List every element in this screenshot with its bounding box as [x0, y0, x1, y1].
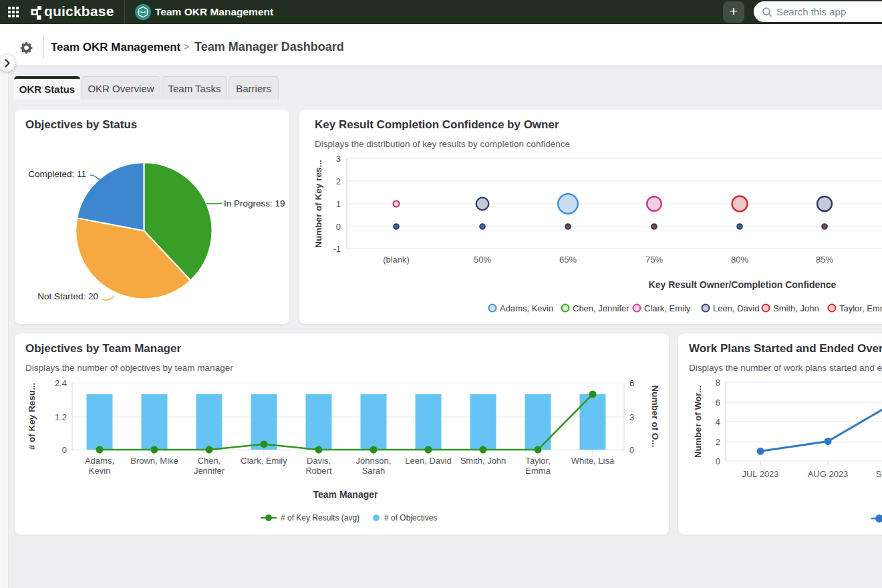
svg-text:85%: 85%: [816, 255, 833, 265]
svg-text:Number of Key res...: Number of Key res...: [313, 160, 323, 247]
svg-text:3: 3: [336, 154, 341, 164]
svg-text:0: 0: [336, 222, 341, 232]
svg-text:Number of Wor...: Number of Wor...: [693, 386, 703, 458]
svg-text:3: 3: [629, 412, 634, 422]
svg-text:White, Lisa: White, Lisa: [571, 456, 615, 466]
svg-text:Taylor,: Taylor,: [525, 456, 551, 466]
svg-text:Adams, Kevin: Adams, Kevin: [500, 303, 553, 313]
svg-text:Smith, John: Smith, John: [773, 303, 819, 313]
svg-text:Completed: 11: Completed: 11: [28, 169, 86, 179]
svg-text:Taylor, Emma: Taylor, Emma: [839, 303, 882, 313]
svg-text:# of Key Resu...: # of Key Resu...: [27, 383, 37, 450]
svg-text:2.4: 2.4: [55, 378, 67, 388]
svg-text:6: 6: [629, 378, 634, 388]
svg-text:Emma: Emma: [525, 466, 551, 476]
svg-text:Team Manager: Team Manager: [313, 489, 379, 500]
svg-text:80%: 80%: [731, 255, 748, 265]
svg-text:Not Started: 20: Not Started: 20: [37, 291, 98, 301]
svg-text:Brown, Mike: Brown, Mike: [130, 456, 178, 466]
svg-text:Leen, David: Leen, David: [405, 456, 451, 466]
svg-text:4: 4: [716, 417, 720, 427]
svg-text:50%: 50%: [474, 255, 491, 265]
svg-text:0: 0: [716, 456, 720, 466]
svg-text:Jennifer: Jennifer: [194, 466, 225, 476]
svg-text:6: 6: [716, 398, 720, 408]
svg-text:Kevin: Kevin: [89, 466, 111, 476]
svg-text:Davis,: Davis,: [307, 456, 331, 466]
svg-text:Adams,: Adams,: [85, 456, 114, 466]
svg-text:SEP 2023: SEP 2023: [876, 469, 882, 479]
svg-text:8: 8: [716, 378, 720, 388]
svg-text:Key Result Owner/Completion Co: Key Result Owner/Completion Confidence: [649, 279, 837, 290]
svg-text:Robert: Robert: [305, 466, 331, 476]
svg-text:0: 0: [629, 445, 634, 455]
svg-text:1.2: 1.2: [55, 412, 67, 422]
svg-text:65%: 65%: [559, 255, 577, 265]
svg-text:JUL 2023: JUL 2023: [742, 469, 778, 479]
svg-text:(blank): (blank): [383, 255, 410, 265]
svg-text:Leen, David: Leen, David: [713, 303, 759, 313]
svg-text:Sarah: Sarah: [362, 466, 386, 476]
svg-text:2: 2: [336, 176, 341, 186]
svg-text:Chen,: Chen,: [198, 456, 221, 466]
svg-text:2: 2: [716, 437, 720, 447]
svg-text:Clark, Emily: Clark, Emily: [241, 456, 287, 466]
svg-text:75%: 75%: [645, 255, 663, 265]
svg-text:Johnson,: Johnson,: [356, 456, 392, 466]
svg-text:# of Objectives: # of Objectives: [384, 513, 437, 523]
svg-text:AUG 2023: AUG 2023: [808, 469, 849, 479]
svg-text:In Progress: 19: In Progress: 19: [224, 198, 285, 208]
svg-text:Smith, John: Smith, John: [460, 456, 506, 466]
svg-text:# of Key Results (avg): # of Key Results (avg): [281, 513, 359, 523]
svg-text:0: 0: [62, 445, 67, 455]
svg-text:1: 1: [336, 199, 341, 209]
svg-text:Clark, Emily: Clark, Emily: [644, 303, 691, 313]
svg-text:-1: -1: [333, 244, 341, 254]
svg-text:Chen, Jennifer: Chen, Jennifer: [573, 303, 629, 313]
svg-text:Number of O...: Number of O...: [650, 385, 660, 447]
